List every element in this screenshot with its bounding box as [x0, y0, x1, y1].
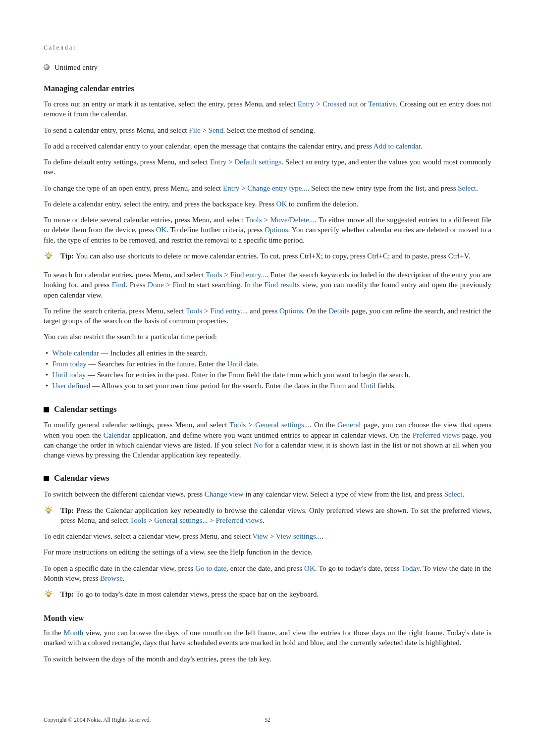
managing-p4: To define default entry settings, press …: [44, 157, 491, 177]
managing-p2: To send a calendar entry, press Menu, an…: [44, 125, 491, 135]
heading-calendar-views: Calendar views: [44, 473, 491, 484]
managing-p1: To cross out an entry or mark it as tent…: [44, 99, 491, 119]
ui-options: Options: [279, 307, 303, 315]
list-item: •User defined — Allows you to set your o…: [46, 381, 491, 391]
ui-no: No: [254, 441, 263, 449]
ui-tools: Tools: [229, 421, 246, 429]
ui-general: General: [337, 421, 361, 429]
ui-find-entry: Find entry...: [210, 307, 246, 315]
ui-default-settings: Default settings: [235, 158, 282, 166]
ui-preferred-views: Preferred views: [215, 516, 263, 524]
ui-tools: Tools: [130, 516, 146, 524]
managing-p6: To delete a calendar entry, select the e…: [44, 199, 491, 209]
tip-space-bar: Tip: To go to today's date in most calen…: [44, 589, 491, 602]
heading-calendar-settings: Calendar settings: [44, 404, 491, 415]
tip-preferred-views: Tip: Press the Calendar application key …: [44, 505, 491, 526]
ui-select: Select: [458, 184, 476, 192]
page-footer: Copyright © 2004 Nokia. All Rights Reser…: [44, 716, 491, 724]
svg-rect-13: [48, 512, 49, 513]
managing-p8: To search for calendar entries, press Me…: [44, 270, 491, 300]
ui-ok: OK: [156, 226, 167, 234]
managing-p10: You can also restrict the search to a pa…: [44, 332, 491, 342]
ui-crossed-out: Crossed out: [322, 100, 358, 108]
month-p1: In the Month view, you can browse the da…: [44, 628, 491, 648]
square-bullet-icon: [44, 476, 49, 481]
svg-line-19: [51, 591, 52, 592]
svg-point-0: [47, 253, 51, 257]
month-p2: To switch between the days of the month …: [44, 654, 491, 664]
svg-line-18: [46, 591, 47, 592]
page-number: 52: [265, 716, 270, 724]
ui-browse: Browse: [100, 574, 123, 582]
ui-from: From: [228, 371, 245, 379]
ui-change-view: Change view: [205, 490, 244, 498]
ui-tools: Tools: [186, 307, 202, 315]
svg-line-12: [51, 507, 52, 508]
heading-managing: Managing calendar entries: [44, 83, 491, 94]
ui-ok: OK: [304, 564, 315, 572]
list-item: •From today — Searches for entries in th…: [46, 359, 491, 369]
ui-find: Find: [112, 281, 126, 289]
ui-file: File: [189, 126, 200, 134]
list-item: •Whole calendar — Includes all entries i…: [46, 348, 491, 358]
settings-p1: To modify general calendar settings, pre…: [44, 420, 491, 460]
ui-preferred-views: Preferred views: [413, 431, 460, 439]
ui-user-defined: User defined: [52, 382, 90, 390]
svg-line-4: [46, 252, 47, 253]
lightbulb-icon: [44, 506, 54, 518]
ui-view: View: [252, 532, 268, 540]
ui-options: Options: [265, 226, 288, 234]
ui-add-to-calendar: Add to calendar: [374, 142, 421, 150]
ui-until-today: Until today: [52, 371, 86, 379]
views-p4: To open a specific date in the calendar …: [44, 563, 491, 584]
ui-tools: Tools: [245, 216, 262, 224]
lightbulb-icon: [44, 590, 54, 602]
ui-move-delete: Move/Delete...: [270, 216, 315, 224]
managing-p5: To change the type of an open entry, pre…: [44, 183, 491, 193]
ui-calendar: Calendar: [104, 431, 130, 439]
ui-find-results: Find results: [265, 281, 300, 289]
ui-details: Details: [328, 307, 350, 315]
ui-send: Send: [209, 126, 223, 134]
ui-general-settings: General settings...: [154, 516, 208, 524]
time-period-list: •Whole calendar — Includes all entries i…: [44, 348, 491, 391]
ui-entry: Entry: [210, 158, 226, 166]
ui-entry: Entry: [298, 100, 314, 108]
views-p1: To switch between the different calendar…: [44, 489, 491, 499]
list-item: •Until today — Searches for entries in t…: [46, 370, 491, 380]
managing-p3: To add a received calendar entry to your…: [44, 141, 491, 151]
views-p3: For more instructions on editing the set…: [44, 547, 491, 557]
ui-today: Today: [401, 564, 419, 572]
ui-done: Done: [148, 281, 164, 289]
ui-from-today: From today: [52, 360, 87, 368]
ui-tools: Tools: [206, 271, 222, 279]
ui-go-to-date: Go to date: [195, 564, 226, 572]
ui-find: Find: [172, 281, 186, 289]
ui-tentative: Tentative: [368, 100, 396, 108]
breadcrumb: Calendar: [44, 44, 491, 51]
managing-p9: To refine the search criteria, press Men…: [44, 306, 491, 326]
square-bullet-icon: [44, 407, 49, 412]
ui-from: From: [330, 382, 346, 390]
untimed-entry-icon: [44, 64, 50, 70]
views-p2: To edit calendar views, select a calenda…: [44, 531, 491, 541]
svg-point-14: [47, 592, 51, 596]
ui-general-settings: General settings...: [255, 421, 310, 429]
svg-line-5: [51, 252, 52, 253]
heading-month-view: Month view: [44, 613, 491, 624]
svg-point-7: [47, 508, 51, 512]
ui-view-settings: View settings...: [276, 532, 321, 540]
lightbulb-icon: [44, 252, 54, 264]
ui-ok: OK: [276, 200, 287, 208]
ui-until: Until: [361, 382, 376, 390]
ui-select: Select: [444, 490, 463, 498]
managing-p7: To move or delete several calendar entri…: [44, 215, 491, 245]
tip-shortcuts: Tip: You can also use shortcuts to delet…: [44, 251, 491, 264]
ui-month: Month: [63, 629, 83, 637]
ui-until: Until: [227, 360, 243, 368]
untimed-entry-legend: Untimed entry: [44, 62, 491, 72]
svg-rect-6: [48, 257, 49, 259]
ui-entry: Entry: [223, 184, 239, 192]
untimed-entry-label: Untimed entry: [54, 62, 98, 72]
svg-line-11: [46, 507, 47, 508]
